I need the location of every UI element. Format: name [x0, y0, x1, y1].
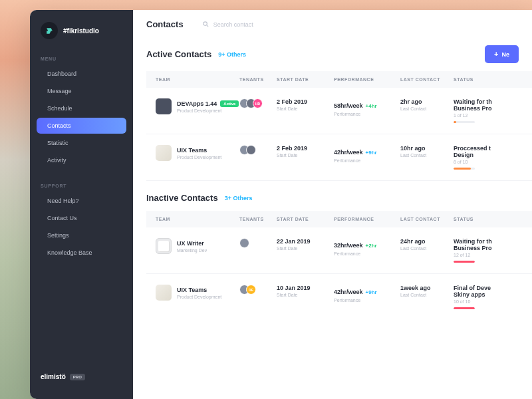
progress-bar	[454, 261, 475, 263]
cell-sublabel: Last Contact	[400, 106, 454, 111]
cell-sublabel: Last Contact	[400, 246, 454, 251]
cell-sublabel: Last Contact	[400, 293, 454, 297]
status-count: 10 of 10	[454, 299, 525, 304]
status-text-2: Skiny apps	[454, 291, 525, 298]
team-name: UIX Teams	[177, 147, 207, 154]
svg-line-1	[207, 25, 208, 27]
progress-bar	[454, 307, 475, 309]
col-team: TEAM	[146, 77, 239, 82]
table-row[interactable]: UX Writer Marketing Dev 22 Jan 2019 Star…	[146, 227, 532, 274]
active-table-header: TEAM TENANTS START DATE PERFORMANCE LAST…	[146, 71, 532, 88]
performance-value: 32hr/week	[334, 242, 363, 249]
search-icon	[202, 21, 209, 28]
brand-name: elimistö	[41, 373, 66, 380]
search-input[interactable]	[213, 21, 293, 28]
team-name: DEVApps 1.44	[177, 100, 217, 107]
team-avatar	[156, 238, 172, 254]
team-avatar	[156, 145, 172, 161]
new-contact-button[interactable]: + Ne	[485, 45, 519, 63]
team-subtitle: Marketing Dev	[177, 248, 207, 253]
col-last: LAST CONTACT	[400, 77, 454, 82]
progress-bar	[454, 168, 475, 170]
sidebar-item-message[interactable]: Message	[37, 83, 126, 99]
col-tenants: TENANTS	[239, 77, 277, 82]
sidebar-item-help[interactable]: Need Help?	[37, 193, 126, 209]
performance-delta: +4hr	[366, 103, 377, 109]
table-row[interactable]: UIX Teams Product Development DE 10 Jan …	[146, 274, 532, 320]
svg-point-0	[203, 22, 207, 26]
active-others-link[interactable]: 9+ Others	[218, 51, 246, 58]
sidebar-item-activity[interactable]: Activity	[37, 152, 126, 168]
performance-value: 58hr/week	[334, 102, 363, 109]
cell-sublabel: Start Date	[277, 153, 334, 158]
start-date: 2 Feb 2019	[277, 98, 334, 105]
workspace-switcher[interactable]: #fikristudio	[30, 22, 133, 51]
col-status: STATUS	[454, 77, 532, 82]
avatar-extra: HD	[253, 98, 263, 108]
last-contact: 1week ago	[400, 285, 454, 291]
sidebar-item-contacts[interactable]: Contacts	[37, 118, 126, 134]
performance-delta: +2hr	[366, 243, 377, 249]
menu-section-label: MENU	[30, 51, 133, 65]
cell-sublabel: Start Date	[277, 106, 334, 111]
status-text: Waiting for th	[454, 98, 525, 105]
inactive-others-link[interactable]: 3+ Others	[225, 195, 253, 201]
status-badge: Active	[220, 100, 239, 107]
last-contact: 10hr ago	[400, 145, 454, 152]
performance-value: 42hr/week	[334, 149, 363, 156]
sidebar-item-statistic[interactable]: Statistic	[37, 135, 126, 151]
team-name: UX Writer	[177, 240, 204, 247]
new-button-label: Ne	[501, 51, 509, 58]
workspace-name: #fikristudio	[63, 27, 99, 35]
status-text: Waiting for th	[454, 238, 525, 245]
table-row[interactable]: UIX Teams Product Development 2 Feb 2019…	[146, 134, 532, 181]
start-date: 10 Jan 2019	[277, 285, 334, 291]
search-wrap	[202, 21, 293, 28]
cell-sublabel: Performance	[334, 298, 400, 303]
team-name: UIX Teams	[177, 287, 207, 293]
sidebar-item-schedule[interactable]: Schedule	[37, 100, 126, 116]
sidebar-item-settings[interactable]: Settings	[37, 227, 126, 243]
last-contact: 24hr ago	[400, 238, 454, 245]
start-date: 22 Jan 2019	[277, 238, 334, 245]
brand-footer: elimistö PRO	[30, 366, 133, 387]
avatar	[239, 238, 249, 248]
active-section-title: Active Contacts	[146, 49, 211, 59]
tenant-avatars[interactable]: HD	[239, 98, 263, 108]
status-text-2: Business Pro	[454, 105, 525, 112]
tenant-avatars[interactable]	[239, 238, 249, 248]
avatar	[246, 145, 256, 155]
cell-sublabel: Performance	[334, 251, 400, 256]
cell-sublabel: Start Date	[277, 246, 334, 251]
col-perf: PERFORMANCE	[334, 217, 400, 221]
sidebar-item-contact-us[interactable]: Contact Us	[37, 210, 126, 226]
sidebar: #fikristudio MENU Dashboard Message Sche…	[30, 10, 133, 399]
brand-badge: PRO	[70, 374, 85, 380]
start-date: 2 Feb 2019	[277, 145, 334, 152]
main-content: Contacts Active Contacts 9+ Others + Ne …	[133, 10, 532, 399]
sidebar-item-dashboard[interactable]: Dashboard	[37, 66, 126, 82]
table-row[interactable]: DEVApps 1.44 Active Product Development …	[146, 88, 532, 134]
team-avatar	[156, 285, 172, 301]
page-title: Contacts	[146, 19, 184, 29]
tenant-avatars[interactable]: DE	[239, 285, 256, 295]
col-last: LAST CONTACT	[400, 217, 454, 221]
col-start: START DATE	[277, 77, 334, 82]
performance-delta: +9hr	[366, 289, 377, 295]
status-text-2: Design	[454, 152, 525, 158]
team-subtitle: Product Development	[177, 295, 221, 299]
status-count: 8 of 10	[454, 160, 525, 164]
sidebar-item-knowledge[interactable]: Knowledge Base	[37, 245, 126, 261]
cell-sublabel: Last Contact	[400, 153, 454, 158]
team-avatar	[156, 98, 172, 114]
col-status: STATUS	[454, 217, 532, 221]
cell-sublabel: Performance	[334, 112, 400, 116]
last-contact: 2hr ago	[400, 98, 454, 105]
col-start: START DATE	[277, 217, 334, 221]
content-scroll[interactable]: Active Contacts 9+ Others + Ne TEAM TENA…	[133, 36, 532, 399]
tenant-avatars[interactable]	[239, 145, 256, 155]
progress-bar	[454, 121, 475, 123]
cell-sublabel: Performance	[334, 158, 400, 163]
status-count: 1 of 12	[454, 113, 525, 118]
team-subtitle: Product Development	[177, 108, 239, 113]
